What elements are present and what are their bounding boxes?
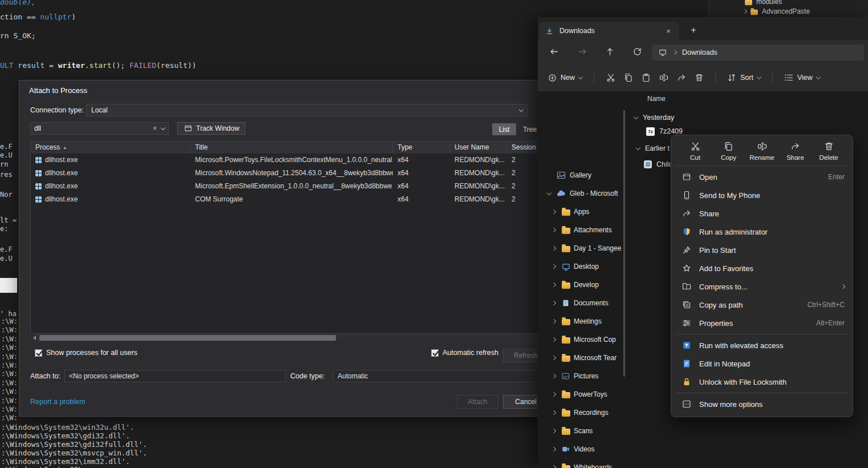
sidebar-item-gallery[interactable]: Gallery — [538, 167, 627, 184]
tab-downloads[interactable]: Downloads × — [539, 22, 679, 40]
chevron-right-icon[interactable] — [551, 283, 556, 287]
sidebar-item-pictures[interactable]: Pictures — [538, 368, 627, 385]
list-view-button[interactable]: List — [492, 123, 516, 135]
chevron-right-icon[interactable] — [551, 301, 556, 305]
menu-item-copy-as-path[interactable]: Copy as path Ctrl+Shift+C — [671, 296, 853, 314]
report-a-problem-link[interactable]: Report a problem — [30, 398, 86, 406]
navigation-scrollbar[interactable] — [623, 110, 625, 377]
rename-quick-action[interactable]: Rename — [747, 142, 777, 161]
breadcrumb[interactable]: Downloads — [682, 49, 717, 57]
chevron-right-icon[interactable] — [551, 246, 556, 251]
process-row[interactable]: dllhost.exe Microsoft.EpmShellExtension_… — [31, 180, 546, 193]
checkbox-checked-icon[interactable] — [35, 349, 42, 357]
connection-type-select[interactable]: Local — [86, 104, 528, 116]
rename-button[interactable] — [659, 73, 668, 83]
automatic-refresh-checkbox[interactable]: Automatic refresh — [431, 349, 498, 357]
sidebar-item-apps[interactable]: Apps — [538, 203, 627, 220]
menu-item-open[interactable]: Open Enter — [671, 168, 853, 186]
sidebar-item-onedrive[interactable]: Gleb - Microsoft — [538, 185, 627, 202]
checkbox-checked-icon[interactable] — [431, 349, 439, 357]
process-row[interactable]: dllhost.exe Microsoft.WindowsNotepad_11.… — [31, 167, 546, 180]
chevron-right-icon[interactable] — [551, 447, 556, 451]
chevron-right-icon[interactable] — [551, 392, 556, 397]
show-all-users-checkbox[interactable]: Show processes for all users — [35, 349, 137, 357]
code-type-field[interactable]: Automatic — [333, 370, 547, 382]
paste-button[interactable] — [641, 73, 651, 83]
menu-item-edit-in-notepad[interactable]: Edit in Notepad — [671, 354, 853, 373]
sidebar-item-attachments[interactable]: Attachments — [538, 221, 627, 239]
chevron-right-icon[interactable] — [551, 228, 556, 232]
process-filter-input[interactable]: dll × — [30, 122, 169, 135]
delete-quick-action[interactable]: Delete — [814, 142, 843, 161]
sidebar-item-documents[interactable]: Documents — [538, 294, 627, 312]
chevron-right-icon[interactable] — [551, 374, 556, 378]
share-quick-action[interactable]: Share — [781, 142, 810, 161]
sidebar-item-powertoys[interactable]: PowerToys — [538, 386, 627, 403]
cut-button[interactable] — [606, 73, 615, 83]
copy-quick-action[interactable]: Copy — [714, 142, 744, 161]
menu-item-compress-to[interactable]: Compress to... — [671, 277, 853, 296]
cut-quick-action[interactable]: Cut — [680, 142, 710, 161]
column-header-process[interactable]: Process ▲ — [31, 142, 190, 154]
sidebar-item-day1[interactable]: Day 1 - Sangee — [538, 240, 627, 257]
menu-item-unlock-file-locksmith[interactable]: Unlock with File Locksmith — [671, 373, 853, 391]
refresh-button[interactable] — [632, 47, 643, 57]
tree-item-advancedpaste[interactable]: AdvancedPaste — [743, 7, 810, 15]
chevron-right-icon[interactable] — [551, 319, 556, 324]
tree-item-modules[interactable]: modules — [744, 0, 782, 6]
share-button[interactable] — [676, 73, 686, 83]
chevron-right-icon[interactable] — [551, 356, 556, 360]
chevron-down-icon[interactable] — [547, 190, 551, 195]
attach-button[interactable]: Attach — [457, 395, 498, 409]
column-header-type[interactable]: Type — [393, 142, 450, 154]
close-tab-icon[interactable]: × — [663, 27, 674, 35]
process-row[interactable]: dllhost.exe COM Surrogate x64 REDMOND\gk… — [31, 193, 546, 206]
sidebar-item-recordings[interactable]: Recordings — [538, 404, 627, 421]
new-button[interactable]: New — [548, 74, 582, 82]
back-button[interactable] — [549, 47, 559, 57]
menu-item-show-more-options[interactable]: Show more options — [671, 395, 853, 413]
sidebar-item-whiteboards[interactable]: Whiteboards — [538, 459, 627, 468]
menu-item-add-to-favorites[interactable]: Add to Favorites — [671, 259, 853, 277]
menu-item-run-as-administrator[interactable]: Run as administrator — [671, 223, 853, 241]
clear-filter-icon[interactable]: × — [153, 124, 157, 132]
sidebar-item-develop[interactable]: Develop — [538, 276, 627, 293]
new-tab-button[interactable]: + — [687, 24, 700, 37]
sort-button[interactable]: Sort — [727, 73, 761, 82]
menu-item-send-to-phone[interactable]: Send to My Phone — [671, 186, 853, 204]
process-row[interactable]: dllhost.exe Microsoft.PowerToys.FileLock… — [31, 154, 546, 167]
chevron-right-icon[interactable] — [743, 9, 747, 14]
copy-button[interactable] — [623, 73, 633, 83]
sidebar-item-microsoft-cop[interactable]: Microsoft Cop — [538, 331, 627, 348]
delete-button[interactable] — [694, 73, 704, 83]
column-header-name[interactable]: Name — [647, 95, 666, 103]
menu-item-properties[interactable]: Properties Alt+Enter — [671, 314, 853, 332]
sidebar-item-scans[interactable]: Scans — [538, 422, 627, 439]
scrollbar-thumb[interactable] — [39, 335, 336, 341]
column-header-title[interactable]: Title — [190, 142, 393, 154]
column-header-user[interactable]: User Name — [450, 142, 507, 154]
sidebar-item-videos[interactable]: Videos — [538, 441, 627, 458]
group-header-earlier[interactable]: Earlier t — [636, 142, 670, 155]
chevron-right-icon[interactable] — [551, 410, 556, 415]
up-button[interactable] — [605, 47, 615, 57]
chevron-down-icon[interactable] — [636, 145, 640, 150]
attach-to-field[interactable]: <No process selected> — [64, 370, 286, 382]
sidebar-item-microsoft-tear[interactable]: Microsoft Tear — [538, 349, 627, 366]
menu-item-pin-to-start[interactable]: Pin to Start — [671, 241, 853, 259]
address-bar[interactable]: Downloads — [652, 45, 864, 60]
menu-item-share[interactable]: Share — [671, 204, 853, 223]
sidebar-item-desktop[interactable]: Desktop — [538, 258, 627, 275]
group-header-yesterday[interactable]: Yesterday — [634, 111, 674, 124]
chevron-down-icon[interactable] — [161, 125, 165, 130]
chevron-right-icon[interactable] — [551, 264, 556, 269]
chevron-down-icon[interactable] — [634, 114, 638, 119]
chevron-right-icon[interactable] — [551, 465, 556, 468]
chevron-right-icon[interactable] — [551, 337, 556, 342]
chevron-right-icon[interactable] — [551, 429, 556, 433]
horizontal-scrollbar[interactable] — [30, 334, 547, 342]
menu-item-run-elevated[interactable]: Run with elevated access — [671, 336, 853, 354]
scroll-left-icon[interactable] — [30, 334, 38, 342]
sidebar-item-meetings[interactable]: Meetings — [538, 313, 627, 330]
track-window-button[interactable]: Track Window — [177, 122, 245, 135]
